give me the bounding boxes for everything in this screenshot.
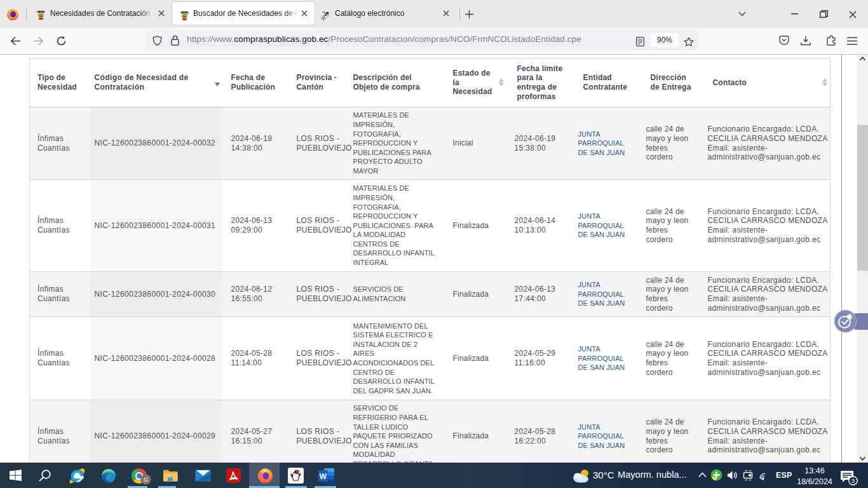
svg-text:G: G [144,477,148,483]
svg-text:W: W [320,472,327,481]
svg-text:3: 3 [851,477,855,484]
